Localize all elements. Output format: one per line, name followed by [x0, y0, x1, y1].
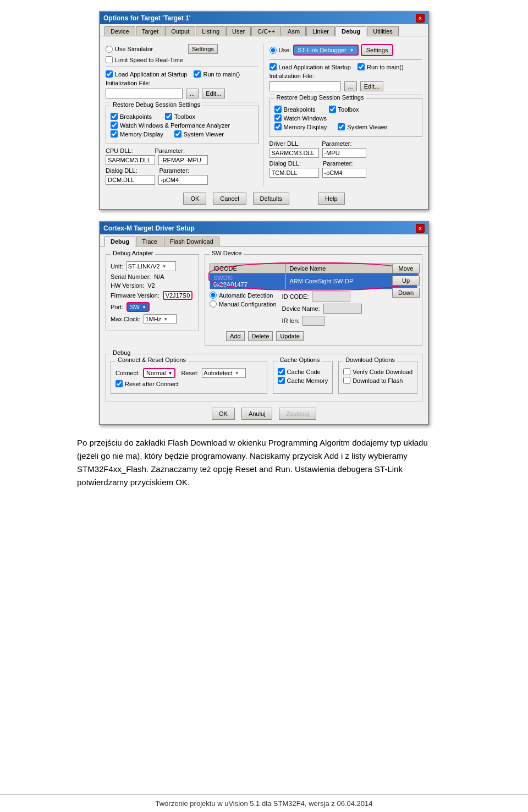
debug-adapter-panel: Debug Adapter Unit: ST-LINK/V2 Serial Nu…: [106, 254, 199, 349]
dialog-param-left-label: Parameter:: [159, 167, 189, 174]
move-up-btn[interactable]: Move: [392, 264, 420, 273]
use-debugger-radio[interactable]: [270, 47, 277, 54]
watch-windows-left-cb[interactable]: [111, 122, 118, 129]
left-settings-btn[interactable]: Settings: [188, 44, 218, 54]
id-code-input[interactable]: [312, 292, 350, 301]
memory-display-right-cb[interactable]: [274, 123, 282, 130]
limit-speed-cb[interactable]: [106, 56, 113, 63]
system-viewer-right-cb[interactable]: [338, 123, 345, 130]
toolbox-right-cb[interactable]: [329, 106, 336, 113]
win2-apply-btn[interactable]: Zastosuj: [279, 408, 316, 420]
win1-defaults-btn[interactable]: Defaults: [253, 193, 289, 205]
add-btn[interactable]: Add: [226, 331, 245, 341]
cache-options-title: Cache Options: [278, 356, 322, 363]
tab-win2-trace[interactable]: Trace: [136, 237, 163, 246]
load-app-left-cb[interactable]: [106, 70, 113, 78]
max-clock-dropdown[interactable]: 1MHz: [144, 314, 177, 324]
breakpoints-left-cb[interactable]: [111, 113, 118, 120]
breakpoints-right-label: Breakpoints: [284, 106, 316, 113]
move-up-arrow-btn[interactable]: Up: [392, 276, 420, 286]
run-to-main-right-label: Run to main(): [367, 64, 404, 70]
use-label: Use:: [279, 47, 292, 53]
tab-utilities[interactable]: Utilities: [367, 26, 398, 36]
unit-label: Unit:: [111, 263, 123, 270]
move-down-btn[interactable]: Down: [392, 288, 420, 298]
tab-output[interactable]: Output: [165, 26, 195, 36]
dialog-param-left-input[interactable]: [158, 175, 208, 185]
win1-cancel-btn[interactable]: Cancel: [213, 193, 246, 205]
win1-close-btn[interactable]: ×: [416, 14, 425, 23]
watch-windows-right-cb[interactable]: [274, 114, 282, 122]
cpu-param-input[interactable]: [158, 155, 208, 165]
device-name-input[interactable]: [323, 304, 362, 314]
system-viewer-left-cb[interactable]: [174, 130, 182, 138]
tab-debug[interactable]: Debug: [336, 26, 366, 36]
tab-device[interactable]: Device: [105, 26, 135, 36]
download-to-flash-cb[interactable]: [343, 377, 350, 384]
tab-cplusplus[interactable]: C/C++: [251, 26, 281, 36]
tab-win2-debug[interactable]: Debug: [105, 237, 135, 246]
load-app-right-cb[interactable]: [270, 63, 277, 70]
footer: Tworzenie projektu w uVision 5.1 dla STM…: [0, 794, 528, 812]
load-app-right-label: Load Application at Startup: [279, 64, 351, 70]
right-settings-btn[interactable]: Settings: [361, 44, 394, 56]
run-to-main-left-cb[interactable]: [194, 70, 201, 78]
reset-after-connect-cb[interactable]: [116, 380, 123, 387]
win1-right-col: Use: ST-Link Debugger Settings Load Appl…: [270, 44, 423, 187]
verify-code-cb[interactable]: [343, 368, 350, 375]
init-browse-right-btn[interactable]: ...: [344, 81, 357, 91]
init-file-left-input[interactable]: [106, 89, 183, 98]
init-edit-left-btn[interactable]: Edit...: [202, 89, 225, 98]
swd-label: SWD!0: [213, 275, 233, 281]
init-file-right-input[interactable]: [270, 81, 341, 91]
cortex-m-driver-setup-window: Cortex-M Target Driver Setup × Debug Tra…: [99, 221, 429, 425]
footer-text: Tworzenie projektu w uVision 5.1 dla STM…: [155, 799, 372, 808]
win1-title: Options for Target 'Target 1': [103, 14, 191, 22]
cache-options-group: Cache Options Cache Code Cache Memory: [273, 361, 333, 394]
tab-win2-flash[interactable]: Flash Download: [164, 237, 219, 246]
tab-listing[interactable]: Listing: [196, 26, 226, 36]
win2-close-btn[interactable]: ×: [416, 224, 425, 233]
driver-dll-input[interactable]: [270, 148, 319, 158]
auto-detect-radio[interactable]: [210, 292, 217, 299]
tab-user[interactable]: User: [226, 26, 251, 36]
port-dropdown[interactable]: SW: [127, 302, 150, 312]
dialog-dll-right-input[interactable]: [270, 168, 319, 178]
update-btn[interactable]: Update: [276, 331, 303, 341]
run-to-main-right-cb[interactable]: [358, 63, 365, 70]
win1-help-btn[interactable]: Help: [318, 193, 345, 205]
toolbox-left-cb[interactable]: [165, 113, 172, 120]
win2-cancel-btn[interactable]: Anuluj: [241, 408, 273, 420]
memory-display-left-label: Memory Display: [120, 131, 163, 138]
win1-ok-btn[interactable]: OK: [183, 193, 206, 205]
cache-code-label: Cache Code: [287, 369, 321, 375]
cache-memory-cb[interactable]: [278, 377, 285, 384]
restore-debug-right-title: Restore Debug Session Settings: [274, 94, 366, 101]
reset-dropdown[interactable]: Autodetect: [202, 368, 246, 378]
cpu-dll-label: CPU DLL:: [106, 147, 133, 154]
unit-dropdown[interactable]: ST-LINK/V2: [127, 261, 176, 271]
ir-len-input[interactable]: [302, 316, 324, 326]
dialog-dll-left-input[interactable]: [106, 175, 155, 185]
connect-dropdown[interactable]: Normal: [143, 368, 175, 378]
dialog-param-right-input[interactable]: [322, 168, 366, 178]
driver-param-input[interactable]: [322, 148, 366, 158]
tab-linker[interactable]: Linker: [306, 26, 335, 36]
memory-display-left-cb[interactable]: [111, 130, 118, 138]
reset-label: Reset:: [181, 370, 199, 376]
breakpoints-right-cb[interactable]: [274, 106, 282, 113]
tab-asm[interactable]: Asm: [282, 26, 306, 36]
win2-ok-btn[interactable]: OK: [212, 408, 235, 420]
cpu-dll-input[interactable]: [106, 155, 155, 165]
use-simulator-radio[interactable]: [106, 46, 113, 53]
manual-config-radio[interactable]: [210, 300, 217, 308]
tab-target[interactable]: Target: [136, 26, 165, 36]
delete-btn[interactable]: Delete: [248, 331, 273, 341]
fw-value: V2J17S0: [163, 291, 193, 300]
debug-adapter-title: Debug Adapter: [111, 250, 155, 256]
sw-device-row[interactable]: SWD!0 0x28A01477 ARM CoreSight SW-DP: [210, 273, 417, 289]
debugger-dropdown[interactable]: ST-Link Debugger: [293, 45, 359, 56]
cache-code-cb[interactable]: [278, 368, 285, 375]
init-browse-left-btn[interactable]: ...: [186, 89, 199, 98]
init-edit-right-btn[interactable]: Edit...: [360, 81, 383, 91]
